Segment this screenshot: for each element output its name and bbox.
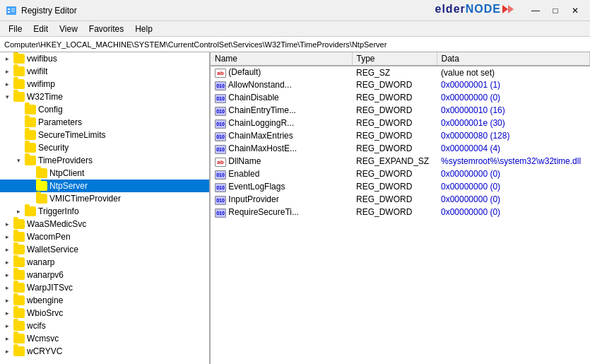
tree-item[interactable]: ▸WalletService: [0, 243, 209, 256]
reg-icon-string: ab: [215, 69, 226, 78]
expand-icon[interactable]: ▸: [3, 322, 11, 330]
tree-item[interactable]: ▸wanarp: [0, 256, 209, 269]
tree-item[interactable]: ▸Wcmsvc: [0, 332, 209, 345]
tree-label: NtpServer: [49, 181, 88, 191]
minimize-button[interactable]: —: [526, 4, 545, 18]
registry-row[interactable]: ab (Default)REG_SZ(value not set): [211, 66, 590, 78]
reg-data: 0x00000004 (4): [437, 142, 590, 155]
menu-edit[interactable]: Edit: [28, 23, 54, 35]
registry-row[interactable]: 010 ChainMaxEntriesREG_DWORD0x00000080 (…: [211, 129, 590, 142]
tree-item[interactable]: ▸TriggerInfo: [0, 205, 209, 218]
tree-label: SecureTimeLimits: [38, 130, 106, 140]
tree-item[interactable]: ▾TimeProviders: [0, 154, 209, 167]
registry-row[interactable]: 010 RequireSecureTi...REG_DWORD0x0000000…: [211, 206, 590, 218]
tree-pane[interactable]: ▸vwifibus▸vwifilt▸vwifimp▾W32TimeConfigP…: [0, 52, 211, 364]
tree-item[interactable]: NtpServer: [0, 180, 209, 192]
menu-favorites[interactable]: Favorites: [83, 23, 129, 35]
tree-item[interactable]: ▸WarpJITSvc: [0, 281, 209, 294]
registry-row[interactable]: 010 ChainMaxHostE...REG_DWORD0x00000004 …: [211, 142, 590, 155]
registry-row[interactable]: 010 EnabledREG_DWORD0x00000000 (0): [211, 168, 590, 180]
reg-icon-string: ab: [215, 158, 226, 167]
expand-icon[interactable]: ▸: [3, 347, 11, 356]
tree-label: vwifimp: [27, 79, 55, 89]
reg-icon-dword: 010: [215, 145, 226, 154]
expand-icon[interactable]: [14, 105, 23, 114]
reg-name: 010 AllowNonstand...: [211, 78, 352, 91]
reg-data: 0x00000010 (16): [437, 104, 590, 117]
tree-item[interactable]: ▸wbengine: [0, 294, 209, 307]
tree-item[interactable]: ▸wCRYVC: [0, 345, 209, 358]
tree-item[interactable]: Security: [0, 141, 209, 154]
close-button[interactable]: ✕: [566, 4, 584, 18]
tree-item[interactable]: Parameters: [0, 116, 209, 129]
expand-icon[interactable]: ▸: [14, 207, 23, 216]
menu-file[interactable]: File: [3, 23, 28, 35]
folder-icon: [36, 168, 47, 178]
registry-pane[interactable]: Name Type Data ab (Default)REG_SZ(value …: [211, 52, 590, 364]
registry-row[interactable]: 010 InputProviderREG_DWORD0x00000000 (0): [211, 193, 590, 206]
window-controls[interactable]: — □ ✕: [526, 4, 584, 18]
expand-icon[interactable]: ▾: [14, 156, 23, 165]
registry-row[interactable]: ab DllNameREG_EXPAND_SZ%systemroot%\syst…: [211, 155, 590, 168]
folder-icon: [13, 321, 25, 331]
tree-item[interactable]: ▸WaaSMedicSvc: [0, 218, 209, 230]
registry-row[interactable]: 010 ChainEntryTime...REG_DWORD0x00000010…: [211, 104, 590, 117]
reg-icon-dword: 010: [215, 209, 226, 218]
expand-icon[interactable]: [14, 118, 23, 127]
reg-data: 0x00000001 (1): [437, 78, 590, 91]
tree-item[interactable]: ▸WbioSrvc: [0, 307, 209, 319]
registry-row[interactable]: 010 ChainLoggingR...REG_DWORD0x0000001e …: [211, 117, 590, 129]
expand-icon[interactable]: ▸: [3, 245, 11, 254]
expand-icon[interactable]: [14, 131, 23, 139]
tree-label: wbengine: [27, 295, 63, 305]
folder-icon: [13, 92, 25, 102]
reg-data: 0x00000000 (0): [437, 168, 590, 180]
expand-icon[interactable]: ▸: [3, 80, 11, 88]
tree-item[interactable]: ▸WacomPen: [0, 230, 209, 243]
tree-item[interactable]: NtpClient: [0, 167, 209, 180]
expand-icon[interactable]: ▸: [3, 67, 11, 76]
reg-name: 010 ChainLoggingR...: [211, 117, 352, 129]
expand-icon[interactable]: ▸: [3, 258, 11, 266]
tree-label: TriggerInfo: [38, 206, 79, 216]
expand-icon[interactable]: ▸: [3, 296, 11, 305]
tree-item[interactable]: ▸vwifibus: [0, 52, 209, 65]
expand-icon[interactable]: [14, 143, 23, 152]
expand-icon[interactable]: ▸: [3, 283, 11, 292]
expand-icon[interactable]: ▸: [3, 271, 11, 279]
folder-icon: [13, 295, 25, 305]
expand-icon[interactable]: [25, 169, 34, 177]
col-name: Name: [211, 52, 352, 66]
expand-icon[interactable]: [25, 182, 34, 190]
tree-item[interactable]: ▸wanarpv6: [0, 269, 209, 281]
reg-data: 0x00000000 (0): [437, 91, 590, 104]
expand-icon[interactable]: ▸: [3, 220, 11, 228]
registry-row[interactable]: 010 EventLogFlagsREG_DWORD0x00000000 (0): [211, 180, 590, 193]
expand-icon[interactable]: ▸: [3, 334, 11, 343]
tree-item[interactable]: SecureTimeLimits: [0, 129, 209, 141]
tree-item[interactable]: ▸vwifimp: [0, 78, 209, 90]
expand-icon[interactable]: ▸: [3, 309, 11, 317]
tree-item[interactable]: ▾W32Time: [0, 90, 209, 103]
registry-row[interactable]: 010 AllowNonstand...REG_DWORD0x00000001 …: [211, 78, 590, 91]
tree-item[interactable]: Config: [0, 103, 209, 116]
expand-icon[interactable]: ▾: [3, 93, 11, 101]
registry-row[interactable]: 010 ChainDisableREG_DWORD0x00000000 (0): [211, 91, 590, 104]
reg-data: 0x00000000 (0): [437, 193, 590, 206]
tree-item[interactable]: ▸vwifilt: [0, 65, 209, 78]
tree-label: WbioSrvc: [27, 308, 63, 318]
expand-icon[interactable]: ▸: [3, 54, 11, 63]
expand-icon[interactable]: [25, 194, 34, 203]
reg-icon-dword: 010: [215, 170, 226, 180]
reg-data: 0x0000001e (30): [437, 117, 590, 129]
tree-item[interactable]: ▸wcifs: [0, 319, 209, 332]
folder-icon: [13, 79, 25, 89]
reg-data: 0x00000000 (0): [437, 180, 590, 193]
folder-icon: [13, 232, 25, 242]
expand-icon[interactable]: ▸: [3, 233, 11, 241]
maximize-button[interactable]: □: [546, 4, 565, 18]
menu-view[interactable]: View: [54, 23, 83, 35]
folder-icon: [25, 155, 36, 165]
menu-help[interactable]: Help: [129, 23, 158, 35]
tree-item[interactable]: VMICTimeProvider: [0, 192, 209, 205]
